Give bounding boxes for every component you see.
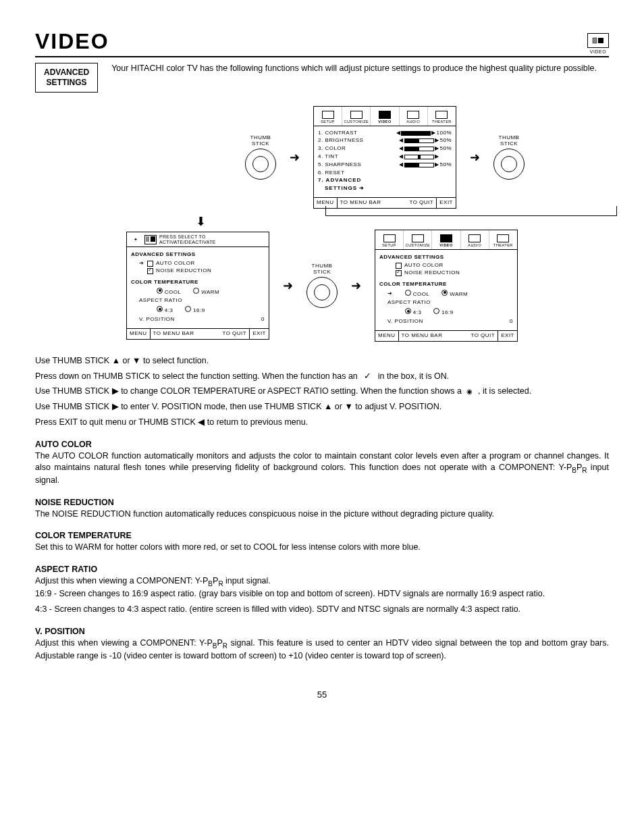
advanced-menu-box-1: ✦ PRESS SELECT TO ACTIVATE/DEACTIVATE AD…: [126, 232, 269, 340]
heading-aspect-ratio: ASPECT RATIO: [35, 564, 609, 575]
text-color-temperature: Set this to WARM for hotter colors with …: [35, 542, 609, 553]
dot-icon: ◉: [464, 388, 475, 395]
thumbstick-icon: [493, 149, 525, 180]
text-aspect-ratio: Adjust this when viewing a COMPONENT: Y-…: [35, 575, 609, 588]
tab-setup: SETUP: [314, 107, 342, 125]
thumbstick-icon: [306, 277, 338, 308]
checkmark-icon: ✓: [360, 371, 375, 381]
instruction-4: Use THUMB STICK ▶ to enter V. POSITION m…: [35, 401, 609, 413]
title-row: VIDEO VIDEO: [35, 27, 609, 57]
thumb-stick-3: THUMB STICK: [306, 263, 338, 308]
instruction-5: Press EXIT to quit menu or THUMB STICK ◀…: [35, 417, 609, 428]
text-v-position: Adjust this when viewing a COMPONENT: Y-…: [35, 637, 609, 662]
arrow-right-icon: ➜: [287, 149, 302, 165]
text-aspect-43: 4:3 - Screen changes to 4:3 aspect ratio…: [35, 604, 609, 615]
video-header-icon: VIDEO: [587, 33, 609, 56]
instruction-1: Use THUMB STICK ▲ or ▼ to select functio…: [35, 355, 609, 367]
svg-rect-0: [593, 38, 597, 43]
tv-icon: [587, 33, 609, 48]
section-label-box: ADVANCED SETTINGS: [35, 63, 98, 93]
diagrams: THUMB STICK ➜ SETUP CUSTOMIZE VIDEO AUDI…: [35, 106, 609, 341]
heading-auto-color: AUTO COLOR: [35, 439, 609, 450]
tab-audio: AUDIO: [400, 107, 428, 125]
tab-customize: CUSTOMIZE: [342, 107, 371, 125]
tab-theater: THEATER: [428, 107, 456, 125]
heading-noise-reduction: NOISE REDUCTION: [35, 497, 609, 509]
heading-color-temperature: COLOR TEMPERATURE: [35, 530, 609, 542]
arrow-right-icon: ➜: [467, 149, 483, 165]
page-number: 55: [35, 689, 609, 701]
arrow-down-icon: ⬇: [196, 213, 206, 230]
text-aspect-169: 16:9 - Screen changes to 16:9 aspect rat…: [35, 588, 609, 600]
instruction-2: Press down on THUMB STICK to select the …: [35, 371, 609, 382]
arrow-right-icon: ➜: [280, 278, 296, 294]
page-title: VIDEO: [35, 27, 109, 56]
arrow-right-icon: ➜: [348, 278, 364, 294]
intro-text: Your HITACHI color TV has the following …: [111, 63, 609, 93]
thumb-stick-1: THUMB STICK: [245, 135, 276, 180]
text-noise-reduction: The NOISE REDUCTION function automatical…: [35, 509, 609, 520]
heading-v-position: V. POSITION: [35, 626, 609, 637]
thumbstick-icon: [245, 149, 276, 180]
video-menu-box: SETUP CUSTOMIZE VIDEO AUDIO THEATER 1. C…: [313, 106, 456, 209]
instruction-3: Use THUMB STICK ▶ to change COLOR TEMPER…: [35, 386, 609, 397]
svg-rect-1: [598, 38, 603, 43]
advanced-menu-box-2: SETUP CUSTOMIZE VIDEO AUDIO THEATER ADVA…: [375, 230, 518, 342]
tab-video: VIDEO: [371, 107, 399, 125]
svg-rect-3: [151, 236, 155, 242]
thumb-stick-2: THUMB STICK: [493, 135, 525, 180]
text-auto-color: The AUTO COLOR function automatically mo…: [35, 450, 609, 486]
intro-row: ADVANCED SETTINGS Your HITACHI color TV …: [35, 63, 609, 93]
svg-rect-2: [146, 236, 149, 242]
